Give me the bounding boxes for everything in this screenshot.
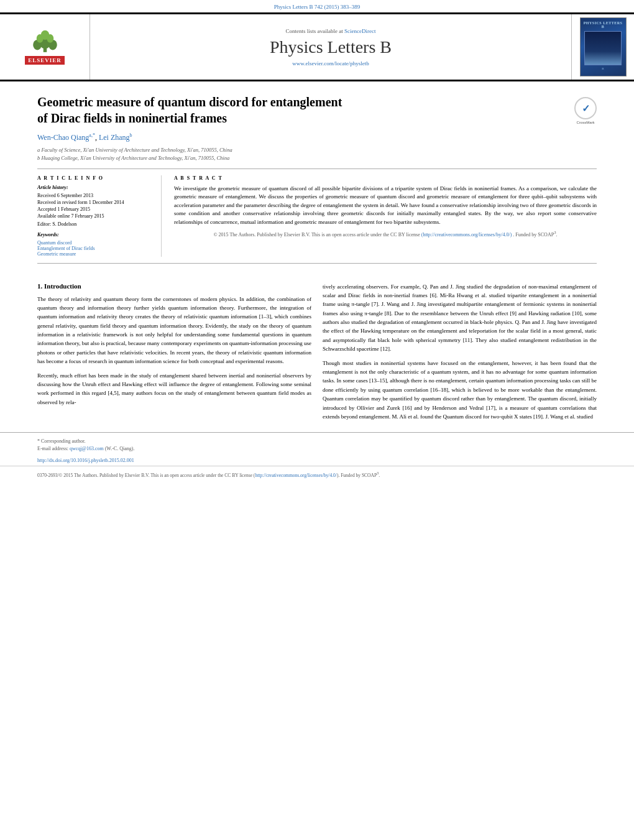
- cc-link[interactable]: (http://creativecommons.org/licenses/by/…: [421, 232, 512, 238]
- section1-para1: The theory of relativity and quantum the…: [37, 295, 311, 366]
- crossmark-badge[interactable]: ✓ CrossMark: [574, 97, 597, 124]
- keyword-3: Geometric measure: [37, 251, 152, 257]
- affil-a: a Faculty of Science, Xi'an University o…: [37, 146, 597, 154]
- editor-line: Editor: S. Dodelson: [37, 221, 152, 227]
- author2-name[interactable]: Lei Zhang: [99, 133, 130, 142]
- journal-title: Physics Letters B: [270, 37, 392, 57]
- article-title: Geometric measure of quantum discord for…: [37, 94, 565, 126]
- body-left-column: 1. Introduction The theory of relativity…: [37, 282, 311, 427]
- section1-para2: Recently, much effort has been made in t…: [37, 371, 311, 407]
- keywords-label: Keywords:: [37, 232, 152, 238]
- journal-cover-image: PHYSICS LETTERS B B: [580, 17, 627, 76]
- body-right-column: tively accelerating observers. For examp…: [323, 282, 597, 427]
- authors-line: Wen-Chao Qianga,*, Lei Zhangb: [37, 132, 597, 142]
- received-date: Received 6 September 2013: [37, 193, 152, 198]
- article-info-panel: A R T I C L E I N F O Article history: R…: [37, 175, 162, 257]
- contents-note: Contents lists available at ScienceDirec…: [286, 28, 376, 34]
- bottom-cc-link[interactable]: http://creativecommons.org/licenses/by/4…: [255, 473, 337, 478]
- journal-reference: Physics Letters B 742 (2015) 383–389: [0, 0, 634, 12]
- author2-affil: b: [130, 132, 132, 138]
- copyright-line: © 2015 The Authors. Published by Elsevie…: [174, 230, 597, 238]
- email-line: E-mail address: qwcqj@163.com (W.-C. Qia…: [37, 445, 597, 453]
- keyword-1: Quantum discord: [37, 240, 152, 246]
- abstract-panel: A B S T R A C T We investigate the geome…: [174, 175, 597, 257]
- received-revised-date: Received in revised form 1 December 2014: [37, 200, 152, 205]
- keyword-2: Entanglement of Dirac fields: [37, 246, 152, 251]
- article-meta-section: A R T I C L E I N F O Article history: R…: [37, 175, 597, 257]
- footnote-area: * Corresponding author. E-mail address: …: [0, 432, 634, 455]
- article-info-title: A R T I C L E I N F O: [37, 175, 152, 181]
- accepted-date: Accepted 1 February 2015: [37, 206, 152, 212]
- elsevier-logo-section: ELSEVIER: [0, 14, 90, 80]
- doi-line[interactable]: http://dx.doi.org/10.1016/j.physletb.201…: [0, 455, 634, 466]
- article-title-block: Geometric measure of quantum discord for…: [37, 94, 565, 132]
- crossmark-circle: ✓: [574, 97, 597, 119]
- body-columns: 1. Introduction The theory of relativity…: [0, 282, 634, 427]
- elsevier-brand-label: ELSEVIER: [25, 56, 65, 65]
- science-direct-link[interactable]: ScienceDirect: [344, 28, 375, 34]
- divider-2: [37, 263, 597, 264]
- crossmark-label: CrossMark: [576, 121, 594, 124]
- email-link[interactable]: qwcqj@163.com: [70, 446, 104, 451]
- journal-cover-section: PHYSICS LETTERS B B: [572, 14, 634, 80]
- divider-1: [37, 168, 597, 169]
- author1-name[interactable]: Wen-Chao Qiang: [37, 133, 89, 142]
- crossmark-symbol: ✓: [582, 103, 590, 114]
- affil-b: b Huaqing College, Xi'an University of A…: [37, 154, 597, 162]
- keywords-section: Keywords: Quantum discord Entanglement o…: [37, 232, 152, 257]
- svg-point-6: [40, 30, 49, 39]
- journal-ref-text: Physics Letters B 742 (2015) 383–389: [274, 4, 361, 10]
- section1-para4: Though most studies in noninertial syste…: [323, 359, 597, 422]
- elsevier-tree-icon: [28, 30, 62, 53]
- section1-para3: tively accelerating observers. For examp…: [323, 282, 597, 354]
- abstract-text: We investigate the geometric measure of …: [174, 185, 597, 227]
- bottom-bar: 0370-2693/© 2015 The Authors. Published …: [0, 466, 634, 482]
- affiliations: a Faculty of Science, Xi'an University o…: [37, 146, 597, 162]
- article-title-row: Geometric measure of quantum discord for…: [37, 94, 597, 132]
- section1-heading: 1. Introduction: [37, 282, 311, 290]
- cover-label: PHYSICS LETTERS B: [582, 21, 624, 29]
- article-history-label: Article history:: [37, 185, 152, 190]
- article-content: Geometric measure of quantum discord for…: [0, 81, 634, 282]
- journal-url[interactable]: www.elsevier.com/locate/physletb: [292, 60, 369, 67]
- abstract-title: A B S T R A C T: [174, 175, 597, 181]
- corresponding-author-note: * Corresponding author.: [37, 438, 597, 445]
- available-online-date: Available online 7 February 2015: [37, 213, 152, 219]
- journal-title-section: Contents lists available at ScienceDirec…: [90, 14, 572, 80]
- author1-affil: a,*: [89, 132, 95, 138]
